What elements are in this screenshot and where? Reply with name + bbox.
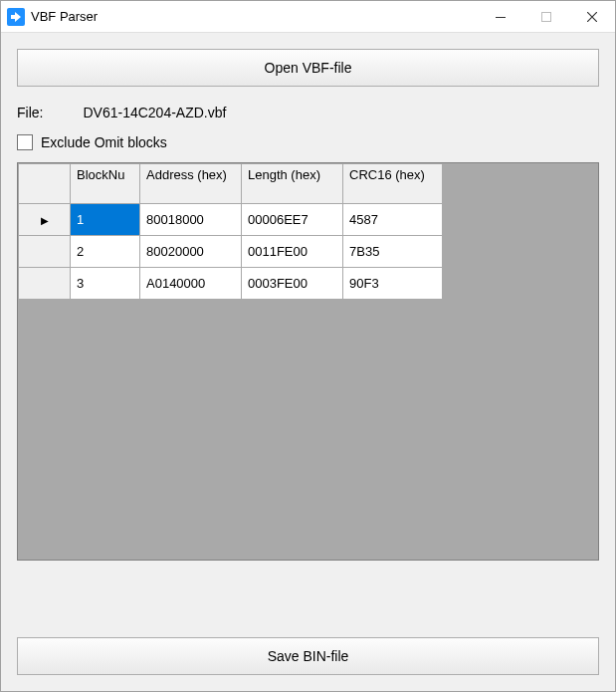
table-header-row: BlockNu Address (hex) Length (hex) CRC16… <box>19 164 443 204</box>
blocks-table: BlockNu Address (hex) Length (hex) CRC16… <box>18 163 443 300</box>
file-row: File: DV61-14C204-AZD.vbf <box>17 105 599 120</box>
open-vbf-label: Open VBF-file <box>265 60 352 76</box>
window-title: VBF Parser <box>31 9 98 24</box>
save-bin-button[interactable]: Save BIN-file <box>17 637 599 675</box>
col-header-length[interactable]: Length (hex) <box>242 164 343 204</box>
file-label: File: <box>17 105 43 120</box>
cell-blocknum[interactable]: 2 <box>71 236 140 268</box>
file-name: DV61-14C204-AZD.vbf <box>83 105 226 120</box>
cell-crc[interactable]: 4587 <box>343 204 443 236</box>
svg-rect-1 <box>542 12 551 21</box>
row-header[interactable] <box>19 236 71 268</box>
table-row[interactable]: 2800200000011FE007B35 <box>19 236 443 268</box>
maximize-button[interactable] <box>523 1 569 33</box>
minimize-button[interactable] <box>478 1 523 33</box>
svg-rect-0 <box>496 17 506 18</box>
cell-address[interactable]: 80020000 <box>140 236 242 268</box>
cell-crc[interactable]: 90F3 <box>343 268 443 300</box>
current-row-indicator-icon: ▶ <box>41 215 49 226</box>
cell-length[interactable]: 0003FE00 <box>242 268 343 300</box>
cell-address[interactable]: A0140000 <box>140 268 242 300</box>
cell-length[interactable]: 0011FE00 <box>242 236 343 268</box>
col-header-crc[interactable]: CRC16 (hex) <box>343 164 443 204</box>
save-bin-label: Save BIN-file <box>268 648 349 664</box>
table-row[interactable]: ▶18001800000006EE74587 <box>19 204 443 236</box>
close-button[interactable] <box>569 1 615 33</box>
cell-blocknum[interactable]: 3 <box>71 268 140 300</box>
cell-length[interactable]: 00006EE7 <box>242 204 343 236</box>
row-header[interactable]: ▶ <box>19 204 71 236</box>
open-vbf-button[interactable]: Open VBF-file <box>17 49 599 87</box>
titlebar: VBF Parser <box>1 1 615 33</box>
row-header[interactable] <box>19 268 71 300</box>
cell-blocknum[interactable]: 1 <box>71 204 140 236</box>
cell-crc[interactable]: 7B35 <box>343 236 443 268</box>
table-row[interactable]: 3A01400000003FE0090F3 <box>19 268 443 300</box>
row-header-cell[interactable] <box>19 164 71 204</box>
app-window: VBF Parser Open VBF-file File: DV61-14C2… <box>0 0 616 692</box>
app-icon <box>7 8 25 26</box>
exclude-omit-row: Exclude Omit blocks <box>17 134 599 150</box>
col-header-blocknum[interactable]: BlockNu <box>71 164 140 204</box>
exclude-omit-checkbox[interactable] <box>17 134 33 150</box>
blocks-grid[interactable]: BlockNu Address (hex) Length (hex) CRC16… <box>17 162 599 561</box>
exclude-omit-label: Exclude Omit blocks <box>41 134 167 150</box>
client-area: Open VBF-file File: DV61-14C204-AZD.vbf … <box>1 33 615 691</box>
col-header-address[interactable]: Address (hex) <box>140 164 242 204</box>
cell-address[interactable]: 80018000 <box>140 204 242 236</box>
